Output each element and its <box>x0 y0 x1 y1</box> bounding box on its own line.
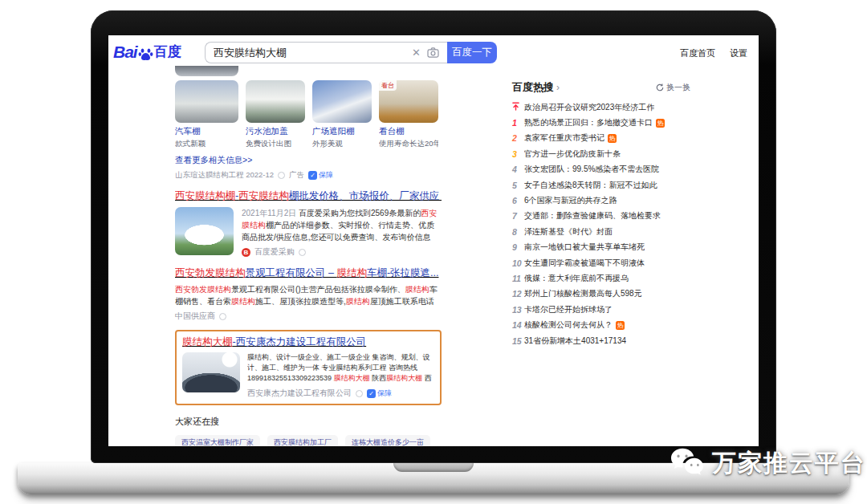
hot-search-item[interactable]: 3官方进一步优化防疫新十条 <box>512 146 690 161</box>
hot-rank-number: 14 <box>512 320 524 330</box>
card-corner-tag: 看台 <box>379 80 397 91</box>
page: Bai 百度 <box>0 0 867 504</box>
hot-rank-number: 15 <box>512 336 524 346</box>
baidu-logo-text-du: 百度 <box>154 43 181 62</box>
text-segment: 膜结构 <box>215 267 246 278</box>
search-input[interactable] <box>214 47 405 59</box>
related-searches: 大家还在搜 西安温室大棚制作厂家西安膜结构加工厂连栋大棚造价多少一亩膜结构大棚最… <box>175 416 442 446</box>
card-title-link[interactable]: 看台棚 <box>379 126 438 137</box>
search-box[interactable]: ✕ <box>205 42 447 63</box>
hot-search-item[interactable]: 5女子自述感染8天转阴：新冠不过如此 <box>512 177 690 193</box>
hot-badge: 热 <box>616 321 625 330</box>
ad-source-text[interactable]: 山东瑄达膜结构工程 2022-12 <box>175 170 274 181</box>
hot-search-header: 百度热搜 › 换一换 <box>512 80 690 95</box>
hot-search-item[interactable]: 7交通部：删除查验健康码、落地检要求 <box>512 209 690 224</box>
hot-rank-number: 9 <box>512 242 524 252</box>
guarantee-badge: ✓ 保障 <box>367 388 392 399</box>
image-card[interactable]: 污水池加盖免费设计出图 <box>246 80 305 149</box>
search-result: 西安勃发膜结构景观工程有限公司 – 膜结构车棚-张拉膜遮... 西安勃发膜结构景… <box>175 266 442 322</box>
hot-search-text: 俄媒：意大利年底前不再援乌 <box>524 273 629 284</box>
clear-search-icon[interactable]: ✕ <box>412 47 421 59</box>
result-description: 膜结构、设计一级企业、施工一级企业 集咨询、规划、设计、施工、维护为一体 专业膜… <box>247 352 434 384</box>
image-card[interactable]: 汽车棚款式新颖 <box>175 80 238 149</box>
card-title-link[interactable]: 广场遮阳棚 <box>312 126 372 137</box>
image-card[interactable]: 看台看台棚使用寿命长达20年 <box>379 80 438 149</box>
refresh-button[interactable]: 换一换 <box>656 82 690 93</box>
hot-search-item[interactable]: 9南京一地铁口被大量共享单车堵死 <box>512 240 690 255</box>
text-segment: 西安勃发 <box>175 267 215 278</box>
card-thumbnail[interactable] <box>175 80 238 123</box>
hot-search-item[interactable]: 1熟悉的场景正回归：多地撤交通卡口热 <box>512 115 690 130</box>
card-title-link[interactable]: 污水池加盖 <box>246 126 305 137</box>
card-thumbnail[interactable] <box>246 80 305 123</box>
result-source[interactable]: 西安康杰力建设工程有限公司 <box>247 388 352 399</box>
text-segment: 景观工程有限公司 – <box>246 267 337 278</box>
top-nav: 百度首页 设置 <box>680 47 747 59</box>
hot-search-item[interactable]: 10女生遭同学霸凌被逼喝下不明液体 <box>512 255 690 270</box>
hot-search-text: 女生遭同学霸凌被逼喝下不明液体 <box>524 258 645 269</box>
scrolled-thumbnail-fragment <box>175 66 238 76</box>
hot-rank-number: 3 <box>512 149 524 159</box>
result-description: 2021年11月2日 百度爱采购为您找到2569条最新的西安膜结构棚产品的详细参… <box>242 207 442 243</box>
image-card[interactable]: 广场遮阳棚外形美观 <box>312 80 372 149</box>
text-segment: 景观工程有限公司()主营产品包括张拉膜伞制作、 <box>231 285 405 294</box>
guarantee-badge-label: 保障 <box>319 170 333 181</box>
search-result: 西安膜结构棚-西安膜结构棚批发价格、市场报价、厂家供应 ... 2021年11月… <box>175 189 442 258</box>
text-segment: 膜结构大棚 <box>386 374 422 382</box>
hot-search-list: 政治局召开会议研究2023年经济工作1熟悉的场景正回归：多地撤交通卡口热2袁家军… <box>512 100 690 348</box>
menu-dot-icon[interactable] <box>356 390 363 397</box>
result-thumbnail[interactable] <box>182 352 240 392</box>
hot-search-text: 交通部：删除查验健康码、落地检要求 <box>524 210 661 222</box>
nav-baidu-home[interactable]: 百度首页 <box>680 47 715 59</box>
hot-search-item[interactable]: 11俄媒：意大利年底前不再援乌 <box>512 270 690 286</box>
hot-search-item[interactable]: 13卡塔尔已经开始拆球场了 <box>512 302 690 317</box>
text-segment: 2021年11月2日 <box>242 209 299 217</box>
camera-search-icon[interactable] <box>427 47 439 58</box>
text-segment: 车棚-张拉膜遮... <box>367 267 439 278</box>
result-source[interactable]: 中国供应商 <box>175 311 215 322</box>
result-thumbnail[interactable] <box>175 207 234 255</box>
menu-dot-icon[interactable] <box>219 313 226 320</box>
result-title-link[interactable]: 西安勃发膜结构景观工程有限公司 – 膜结构车棚-张拉膜遮... <box>175 266 442 280</box>
card-description: 使用寿命长达20年 <box>379 139 438 149</box>
hot-search-item[interactable]: 12郑州上门核酸检测最高每人598元 <box>512 287 690 302</box>
more-related-link[interactable]: 查看更多相关信息>> <box>175 155 442 166</box>
wechat-icon <box>669 446 706 480</box>
watermark-text: 万家推云平台 <box>712 447 866 480</box>
card-thumbnail[interactable]: 看台 <box>379 80 438 123</box>
nav-settings[interactable]: 设置 <box>730 47 747 59</box>
result-source[interactable]: 百度爱采购 <box>254 246 295 258</box>
baidu-logo[interactable]: Bai 百度 <box>113 43 181 62</box>
related-search-chip[interactable]: 连栋大棚造价多少一亩 <box>345 435 430 446</box>
text-segment: 西安膜结构 <box>238 190 289 201</box>
text-segment: 西安勃发 <box>175 285 207 294</box>
search-button[interactable]: 百度一下 <box>447 42 497 63</box>
related-search-chip[interactable]: 西安膜结构加工厂 <box>267 435 338 446</box>
result-title-link[interactable]: 膜结构大棚-西安康杰力建设工程有限公司 <box>182 335 434 349</box>
menu-dot-icon[interactable] <box>299 249 306 256</box>
card-thumbnail[interactable] <box>312 80 372 123</box>
menu-dot-icon[interactable] <box>278 172 285 179</box>
related-search-chip[interactable]: 西安温室大棚制作厂家 <box>175 435 260 446</box>
watermark: 万家推云平台 <box>669 446 866 480</box>
hot-search-title[interactable]: 百度热搜 <box>512 80 554 95</box>
baidu-paw-icon <box>138 47 153 62</box>
hot-rank-number: 10 <box>512 258 524 268</box>
hot-search-item[interactable]: 2袁家军任重庆市委书记热 <box>512 131 690 146</box>
hot-search-item[interactable]: 14核酸检测公司何去何从？热 <box>512 317 690 332</box>
hot-search-text: 袁家军任重庆市委书记 <box>524 132 604 144</box>
hot-rank-number: 4 <box>512 165 524 174</box>
hot-search-panel: 百度热搜 › 换一换 政治局召开会议研究2023年经济工作1熟悉的场景正回归：多… <box>512 80 690 348</box>
chevron-right-icon: › <box>556 82 560 93</box>
hot-search-item[interactable]: 政治局召开会议研究2023年经济工作 <box>512 100 690 115</box>
refresh-label: 换一换 <box>666 82 690 93</box>
text-segment: 西安膜结构棚 <box>175 190 235 201</box>
hot-search-item[interactable]: 1531省份新增本土4031+17134 <box>512 333 690 348</box>
card-title-link[interactable]: 汽车棚 <box>175 126 238 137</box>
hot-search-item[interactable]: 8泽连斯基登《时代》封面 <box>512 224 690 239</box>
hot-search-item[interactable]: 4张文宏团队：99.5%感染者不需去医院 <box>512 162 690 177</box>
text-segment: 施工、屋顶张拉膜造型等, <box>255 297 346 306</box>
hot-search-item[interactable]: 66个国家与新冠的共存之路 <box>512 193 690 208</box>
hot-search-text: 31省份新增本土4031+17134 <box>524 335 626 347</box>
result-title-link[interactable]: 西安膜结构棚-西安膜结构棚批发价格、市场报价、厂家供应 ... <box>175 189 442 203</box>
